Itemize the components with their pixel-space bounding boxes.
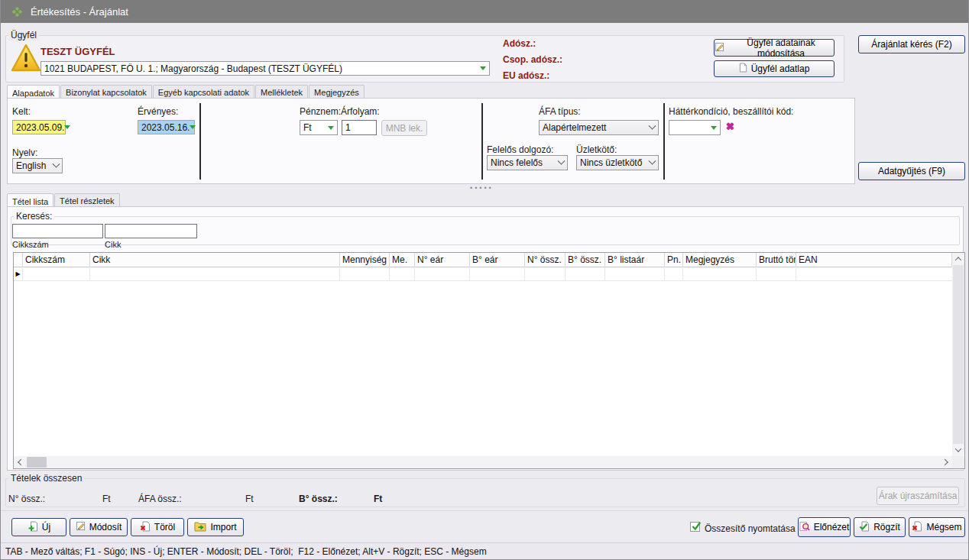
- item-tabbar: Tétel lista Tétel részletek: [7, 193, 121, 207]
- splitter-handle[interactable]: •••••: [470, 184, 494, 192]
- gross-total-label: B° össz.:: [299, 494, 338, 504]
- vat-currency: Ft: [245, 494, 254, 504]
- gross-currency: Ft: [374, 494, 382, 504]
- col-b-ossz[interactable]: B° össz.: [566, 253, 605, 267]
- scroll-right-icon[interactable]: [940, 456, 952, 468]
- vat-type-label: ÁFA típus:: [539, 106, 581, 117]
- search-itemnumber-label: Cikkszám: [12, 240, 49, 249]
- summary-print-checkbox[interactable]: [690, 522, 700, 532]
- search-itemnumber-input[interactable]: [12, 224, 103, 238]
- search-group-label: Keresés:: [14, 211, 54, 222]
- customer-name: TESZT ÜGYFÉL: [41, 46, 115, 57]
- search-item-label: Cikk: [105, 240, 121, 249]
- chevron-down-icon: [649, 157, 656, 164]
- exchange-rate-input[interactable]: [342, 120, 377, 135]
- col-b-listaar[interactable]: B° listaár: [605, 253, 665, 267]
- date-picker[interactable]: 2023.05.09.: [12, 120, 66, 134]
- search-item-input[interactable]: [105, 224, 197, 238]
- scrollbar-corner: [952, 456, 964, 468]
- scroll-up-icon[interactable]: [952, 253, 964, 265]
- language-select[interactable]: English: [12, 158, 63, 173]
- col-b-ear[interactable]: B° eár: [470, 253, 525, 267]
- currency-label: Pénznem:: [300, 106, 341, 117]
- cancel-button[interactable]: Mégsem: [909, 517, 965, 537]
- main-tabbar: Alapadatok Bizonylat kapcsolatok Egyéb k…: [7, 85, 365, 99]
- preview-button[interactable]: Előnézet: [798, 517, 851, 537]
- background-condition-label: Háttérkondíció, beszállítói kód:: [669, 106, 793, 117]
- col-brutto-tomeg[interactable]: Bruttó tömeg: [757, 253, 796, 267]
- col-me[interactable]: Me.: [390, 253, 415, 267]
- edit-icon: [76, 521, 86, 533]
- tab-mellekletek[interactable]: Mellékletek: [255, 85, 308, 99]
- scroll-down-icon[interactable]: [952, 444, 964, 456]
- quote-request-button[interactable]: Árajánlat kérés (F2): [858, 35, 965, 53]
- valid-until-picker[interactable]: 2023.05.16.: [138, 120, 195, 134]
- sales-agent-label: Üzletkötő:: [576, 144, 617, 155]
- item-grid: Cikkszám Cikk Mennyiség Me. N° eár B° eá…: [13, 252, 965, 469]
- dropdown-arrow-icon: [711, 126, 717, 130]
- col-mennyiseg[interactable]: Mennyiség: [340, 253, 390, 267]
- dropdown-arrow-icon: [64, 125, 70, 129]
- tab-tetel-reszletek[interactable]: Tétel részletek: [54, 193, 120, 207]
- save-button[interactable]: Rögzít: [854, 517, 906, 537]
- vat-total-label: ÁFA össz.:: [138, 494, 182, 504]
- item-grid-empty-row[interactable]: ▶: [14, 267, 952, 281]
- responsible-select[interactable]: Nincs felelős: [487, 155, 568, 170]
- import-folder-icon: [194, 521, 206, 534]
- dropdown-arrow-icon: [328, 126, 334, 130]
- col-n-ossz[interactable]: N° össz.: [525, 253, 566, 267]
- scroll-left-icon[interactable]: [14, 456, 26, 468]
- customer-address-value: 1021 BUDAPEST, FŐ U. 1.; Magyarország - …: [44, 63, 480, 74]
- preview-icon: [799, 521, 810, 534]
- import-button[interactable]: Import: [187, 518, 244, 536]
- row-marker-header: [14, 253, 23, 267]
- app-window: Értékesítés - Árajánlat Ügyfél TESZT ÜGY…: [0, 0, 969, 560]
- status-bar: TAB - Mező váltás; F1 - Súgó; INS - Új; …: [1, 542, 968, 559]
- item-grid-header: Cikkszám Cikk Mennyiség Me. N° eár B° eá…: [14, 253, 952, 267]
- col-n-ear[interactable]: N° eár: [415, 253, 470, 267]
- data-collection-button[interactable]: Adatgyűjtés (F9): [858, 162, 965, 180]
- status-hotkeys: TAB - Mező váltás; F1 - Súgó; INS - Új; …: [5, 546, 487, 557]
- col-ean[interactable]: EAN: [796, 253, 952, 267]
- background-condition-select[interactable]: [669, 120, 721, 135]
- cancel-icon: [912, 521, 922, 534]
- vertical-scrollbar[interactable]: [952, 253, 964, 456]
- clear-condition-icon[interactable]: ✖: [726, 121, 734, 132]
- eu-tax-number-label: EU adósz.:: [503, 70, 549, 81]
- modify-item-button[interactable]: Módosít: [70, 518, 128, 536]
- language-label: Nyelv:: [12, 147, 37, 158]
- current-row-marker-icon: ▶: [14, 267, 23, 281]
- horizontal-scroll-thumb[interactable]: [27, 457, 47, 468]
- exchange-rate-label: Árfolyam:: [341, 106, 380, 117]
- vertical-scroll-thumb[interactable]: [953, 265, 964, 444]
- mnb-query-button[interactable]: MNB lek.: [381, 120, 427, 136]
- dropdown-arrow-icon: [190, 125, 196, 129]
- col-megjegyzes[interactable]: Megjegyzés: [683, 253, 757, 267]
- horizontal-scrollbar[interactable]: [14, 456, 952, 468]
- basic-data-panel: Kelt: 2023.05.09. Érvényes: 2023.05.16. …: [7, 98, 855, 184]
- responsible-label: Felelős dolgozó:: [487, 144, 553, 155]
- col-cikkszam[interactable]: Cikkszám: [23, 253, 90, 267]
- customer-group-label: Ügyfél: [8, 30, 39, 40]
- customer-datasheet-button[interactable]: Ügyfél adatlap: [714, 60, 835, 77]
- confirm-icon: [859, 521, 870, 534]
- customer-address-select[interactable]: 1021 BUDAPEST, FŐ U. 1.; Magyarország - …: [41, 61, 490, 76]
- tab-bizonylat-kapcsolatok[interactable]: Bizonylat kapcsolatok: [60, 85, 152, 99]
- totals-group-label: Tételek összesen: [8, 473, 84, 484]
- summary-print-label: Összesítő nyomtatása: [705, 523, 796, 534]
- vat-type-select[interactable]: Alapértelmezett: [539, 120, 659, 135]
- recalculate-prices-button[interactable]: Árak újraszámítása: [877, 487, 959, 505]
- add-icon: [28, 521, 38, 534]
- delete-item-button[interactable]: Töröl: [131, 518, 184, 536]
- currency-select[interactable]: Ft: [300, 120, 338, 135]
- col-pn[interactable]: Pn.: [665, 253, 683, 267]
- sales-agent-select[interactable]: Nincs üzletkötő: [576, 155, 659, 170]
- valid-until-label: Érvényes:: [138, 106, 178, 117]
- col-cikk[interactable]: Cikk: [90, 253, 340, 267]
- new-item-button[interactable]: Új: [11, 518, 66, 536]
- customer-modify-button[interactable]: Ügyfél adatainak módosítása: [714, 39, 835, 57]
- delete-icon: [140, 521, 151, 534]
- tab-egyeb-kapcsolati-adatok[interactable]: Egyéb kapcsolati adatok: [153, 85, 254, 99]
- item-list-panel: Keresés: Cikkszám Cikk Cikkszám Cikk Men…: [7, 206, 964, 471]
- tab-megjegyzes[interactable]: Megjegyzés: [309, 85, 365, 99]
